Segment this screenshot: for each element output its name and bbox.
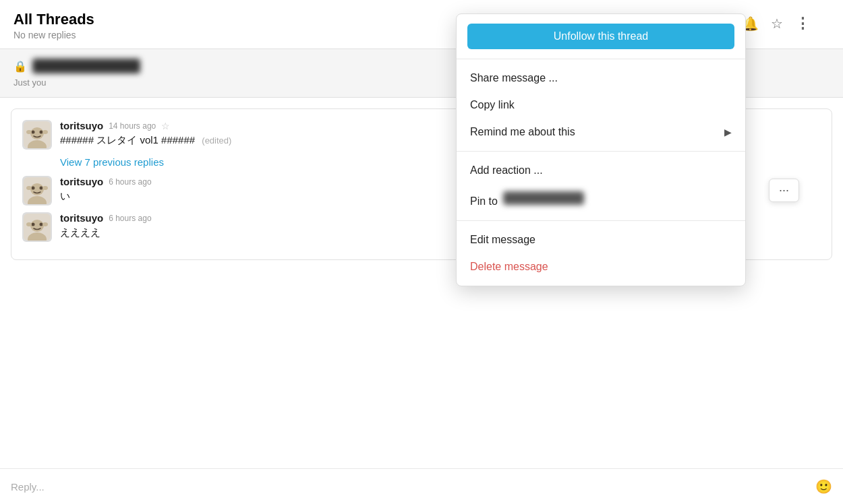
more-options-button[interactable]: ···: [769, 179, 799, 202]
svg-point-6: [42, 130, 48, 134]
delete-message-item[interactable]: Delete message: [457, 253, 745, 280]
header-subtitle: No new replies: [13, 30, 94, 40]
page-title: All Threads: [13, 11, 94, 28]
message-text-3: ええええ: [60, 226, 152, 239]
svg-point-19: [26, 222, 32, 226]
thread-just-you: Just you: [13, 77, 140, 88]
thread-info-left: 🔒 Just you: [13, 59, 140, 88]
message-time-2: 6 hours ago: [109, 177, 151, 187]
message-time-3: 6 hours ago: [109, 214, 151, 223]
lock-icon: 🔒: [13, 60, 27, 73]
emoji-icon[interactable]: 🙂: [815, 478, 832, 495]
message-author-3: toritsuyo: [60, 212, 103, 224]
share-message-item[interactable]: Share message ...: [457, 65, 745, 92]
more-header-icon[interactable]: ⋮: [795, 15, 810, 32]
context-menu: Unfollow this thread Share message ... C…: [456, 13, 746, 286]
avatar-1: [22, 120, 52, 150]
svg-point-18: [40, 223, 43, 226]
header-left: All Threads No new replies: [13, 11, 94, 40]
message-author-1: toritsuyo: [60, 120, 103, 131]
svg-point-20: [42, 222, 48, 226]
message-meta-2: toritsuyo 6 hours ago: [60, 176, 152, 187]
message-content-2: toritsuyo 6 hours ago い: [60, 176, 152, 203]
star-header-icon[interactable]: ☆: [771, 15, 783, 32]
reply-input-area: Reply... 🙂: [0, 468, 843, 504]
svg-point-17: [32, 223, 35, 226]
svg-point-4: [40, 131, 43, 134]
remind-chevron-icon: ▶: [724, 127, 732, 137]
message-text-2: い: [60, 190, 152, 203]
message-text-1: ###### スレタイ vol1 ###### (edited): [60, 134, 231, 147]
thread-name-blurred: [32, 59, 140, 73]
dropdown-section-edit: Edit message Delete message: [457, 221, 745, 286]
svg-point-10: [32, 187, 35, 190]
message-author-2: toritsuyo: [60, 176, 103, 187]
avatar-2: [22, 176, 52, 206]
message-meta-3: toritsuyo 6 hours ago: [60, 212, 152, 224]
message-edited-1: (edited): [202, 135, 231, 146]
pin-channel-blurred: [503, 191, 584, 205]
avatar-3: [22, 212, 52, 242]
svg-point-3: [32, 131, 35, 134]
svg-point-11: [40, 187, 43, 190]
add-reaction-item[interactable]: Add reaction ...: [457, 157, 745, 184]
dropdown-section-reaction: Add reaction ... Pin to: [457, 152, 745, 221]
message-content-1: toritsuyo 14 hours ago ☆ ###### スレタイ vol…: [60, 120, 231, 147]
copy-link-item[interactable]: Copy link: [457, 92, 745, 119]
svg-point-5: [26, 130, 32, 134]
dropdown-top: Unfollow this thread: [457, 14, 745, 59]
message-content-3: toritsuyo 6 hours ago ええええ: [60, 212, 152, 239]
message-meta-1: toritsuyo 14 hours ago ☆: [60, 120, 231, 131]
message-time-1: 14 hours ago: [109, 121, 156, 131]
dropdown-section-share: Share message ... Copy link Remind me ab…: [457, 59, 745, 152]
pin-to-item[interactable]: Pin to: [457, 184, 745, 215]
thread-info-top: 🔒: [13, 59, 140, 73]
svg-point-12: [26, 186, 32, 190]
unfollow-button[interactable]: Unfollow this thread: [467, 24, 734, 49]
star-icon-1[interactable]: ☆: [161, 121, 170, 131]
remind-me-item[interactable]: Remind me about this ▶: [457, 119, 745, 146]
svg-point-13: [42, 186, 48, 190]
edit-message-item[interactable]: Edit message: [457, 226, 745, 253]
reply-placeholder[interactable]: Reply...: [11, 481, 45, 493]
